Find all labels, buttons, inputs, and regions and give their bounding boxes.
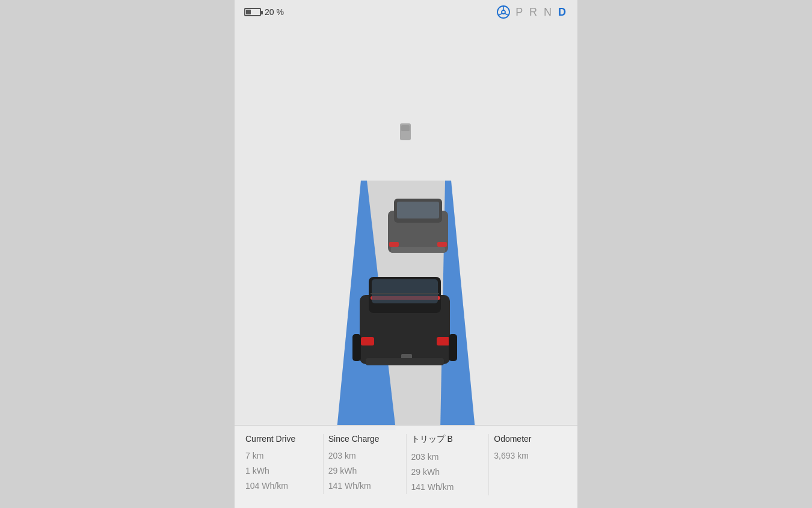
svg-rect-30 — [449, 334, 457, 361]
svg-rect-28 — [366, 358, 444, 365]
status-bar: 20 % P R N D — [235, 0, 577, 24]
stats-panel: Current Drive 7 km 1 kWh 104 Wh/km Since… — [235, 425, 577, 508]
stat-current-drive-km: 7 km — [245, 448, 318, 463]
stat-label-current-drive: Current Drive — [245, 434, 318, 444]
svg-rect-18 — [397, 202, 439, 218]
stat-label-since-charge: Since Charge — [328, 434, 401, 444]
stat-col-current-drive: Current Drive 7 km 1 kWh 104 Wh/km — [241, 434, 324, 494]
driving-scene — [235, 0, 577, 430]
svg-rect-26 — [437, 337, 450, 345]
svg-line-4 — [505, 14, 509, 16]
stat-values-trip-b: 203 km 29 kWh 141 Wh/km — [411, 450, 484, 495]
stat-odometer-km: 3,693 km — [494, 448, 567, 463]
svg-rect-19 — [389, 242, 399, 247]
battery-icon — [244, 8, 261, 16]
stat-label-trip-b: トリップ B — [411, 434, 484, 445]
stat-trip-b-km: 203 km — [411, 450, 484, 465]
stat-values-odometer: 3,693 km — [494, 448, 567, 463]
stat-values-since-charge: 203 km 29 kWh 141 Wh/km — [328, 448, 401, 494]
svg-rect-25 — [361, 337, 374, 345]
svg-line-3 — [499, 14, 502, 16]
stat-col-since-charge: Since Charge 203 km 29 kWh 141 Wh/km — [324, 434, 407, 494]
svg-point-1 — [502, 10, 505, 14]
stat-current-drive-whkm: 104 Wh/km — [245, 479, 318, 494]
stat-trip-b-whkm: 141 Wh/km — [411, 480, 484, 495]
svg-rect-29 — [352, 334, 361, 361]
battery-percent: 20 % — [265, 7, 284, 17]
gear-prn: P R N D — [515, 6, 568, 19]
stat-trip-b-kwh: 29 kWh — [411, 465, 484, 480]
svg-rect-31 — [372, 279, 438, 303]
battery-fill — [246, 10, 251, 14]
tesla-dashboard-screen: 20 % P R N D 40 41 MAX 0 KM/H — [235, 0, 577, 508]
road-svg — [235, 0, 577, 430]
stat-since-charge-km: 203 km — [328, 448, 401, 463]
gear-selector: P R N D — [496, 5, 568, 19]
steering-wheel-icon — [496, 5, 511, 19]
stat-col-trip-b: トリップ B 203 km 29 kWh 141 Wh/km — [407, 434, 490, 495]
stat-since-charge-whkm: 141 Wh/km — [328, 479, 401, 494]
stat-since-charge-kwh: 29 kWh — [328, 463, 401, 479]
stat-current-drive-kwh: 1 kWh — [245, 463, 318, 479]
svg-rect-21 — [391, 247, 445, 253]
svg-rect-15 — [401, 125, 410, 131]
stat-values-current-drive: 7 km 1 kWh 104 Wh/km — [245, 448, 318, 494]
stat-label-odometer: Odometer — [494, 434, 567, 444]
stat-col-odometer: Odometer 3,693 km — [489, 434, 571, 463]
gear-active: D — [558, 6, 568, 18]
battery-container: 20 % — [244, 7, 284, 17]
svg-rect-20 — [437, 242, 447, 247]
